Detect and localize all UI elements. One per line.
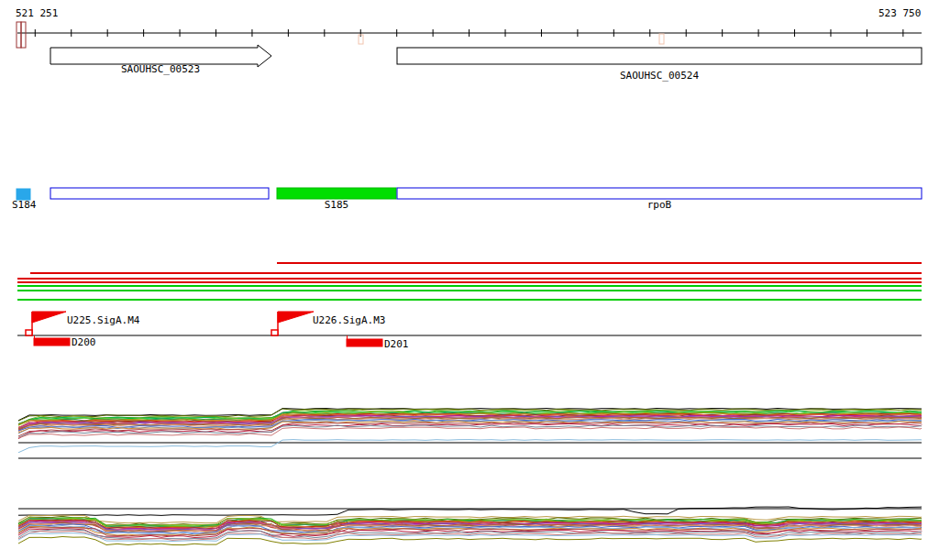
transcript-track: [17, 188, 922, 200]
ruler-track: [17, 22, 922, 48]
downstream-box-D200[interactable]: [34, 338, 70, 346]
position-cursor-marker[interactable]: [21, 22, 26, 48]
gene-label-saouhsc-00524: SAOUHSC_00524: [397, 71, 922, 81]
downstream-box-label-d201: D201: [384, 339, 409, 349]
transcript-feature-S185[interactable]: [277, 188, 396, 199]
minor-feature-marker[interactable]: [659, 34, 664, 44]
downstream-box-label-d200: D200: [72, 337, 96, 347]
transcript-feature-1[interactable]: [50, 188, 269, 199]
coverage-lines-track: [17, 263, 922, 300]
gene-label-saouhsc-00523: SAOUHSC_00523: [50, 64, 271, 74]
transcript-label-rpob: rpoB: [397, 200, 922, 210]
expression-panel-reverse: [18, 507, 922, 545]
promoter-flag[interactable]: [278, 312, 314, 323]
promoter-flag[interactable]: [32, 312, 66, 323]
promoter-tss-track: [17, 312, 922, 346]
promoter-label-u226-siga-m3: U226.SigA.M3: [313, 315, 385, 325]
expression-panel-forward: [18, 409, 922, 459]
position-cursor-marker[interactable]: [17, 22, 21, 48]
tss-site-square[interactable]: [26, 330, 32, 335]
tss-site-square[interactable]: [271, 330, 278, 335]
ruler-start-coordinate: 521 251: [16, 8, 58, 18]
transcript-label-s184: S184: [12, 200, 37, 210]
transcript-label-s185: S185: [277, 200, 396, 210]
expression-series: [18, 440, 922, 453]
promoter-label-u225-siga-m4: U225.SigA.M4: [67, 315, 139, 325]
downstream-box-D201[interactable]: [347, 339, 382, 346]
gene-box-saouhsc-00524[interactable]: [397, 48, 922, 64]
genome-browser-view: 521 251 523 750 SAOUHSC_00523 SAOUHSC_00…: [0, 0, 939, 560]
transcript-feature-rpoB[interactable]: [397, 188, 922, 199]
tracks-canvas: [0, 0, 939, 560]
ruler-end-coordinate: 523 750: [878, 8, 921, 18]
